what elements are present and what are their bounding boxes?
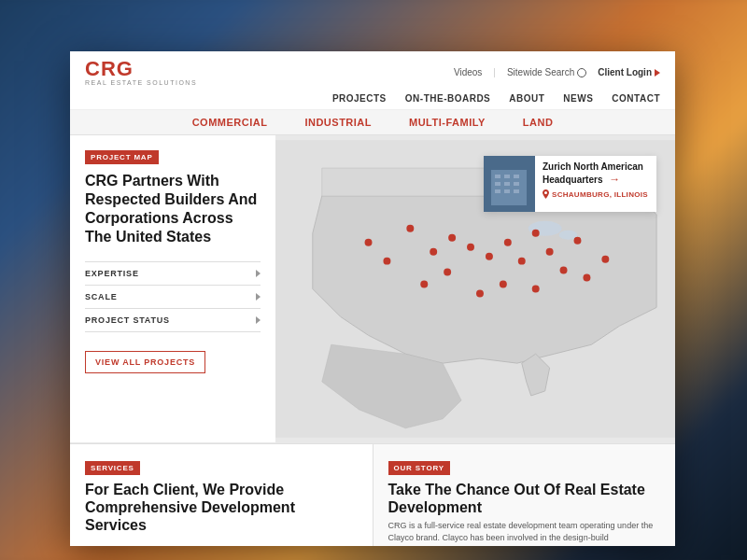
popup-location: SCHAUMBURG, ILLINOIS — [543, 189, 651, 199]
svg-rect-32 — [504, 189, 510, 193]
svg-rect-28 — [495, 182, 500, 186]
project-map-left: PROJECT MAP CRG Partners With Respected … — [70, 135, 275, 442]
location-pin-icon — [543, 189, 549, 199]
main-content: PROJECT MAP CRG Partners With Respected … — [70, 135, 675, 546]
arrow-right-icon — [655, 69, 660, 77]
bottom-sections: SERVICES For Each Client, We Provide Com… — [70, 443, 675, 546]
logo-area: CRG REAL ESTATE SOLUTIONS — [85, 59, 197, 86]
building-image-svg — [484, 156, 535, 212]
nav-on-the-boards[interactable]: ON-THE-BOARDS — [405, 93, 491, 104]
svg-point-3 — [365, 239, 373, 246]
svg-point-11 — [518, 258, 526, 265]
svg-point-18 — [532, 286, 540, 293]
chevron-right-icon — [256, 316, 261, 324]
svg-point-17 — [476, 289, 484, 297]
nav-projects[interactable]: PROJECTS — [332, 93, 387, 104]
svg-rect-33 — [514, 189, 519, 193]
subnav-land[interactable]: Land — [523, 117, 554, 128]
svg-point-12 — [532, 230, 540, 237]
svg-point-9 — [486, 253, 493, 260]
project-map-section: PROJECT MAP CRG Partners With Respected … — [70, 135, 675, 443]
search-icon — [577, 68, 586, 77]
project-popup[interactable]: Zurich North American Headquarters → SCH… — [484, 156, 656, 212]
svg-point-21 — [420, 281, 428, 288]
nav-contact[interactable]: CONTACT — [612, 93, 660, 104]
nav-news[interactable]: NEWS — [563, 93, 593, 104]
svg-point-20 — [601, 256, 609, 263]
filter-expertise[interactable]: EXPERTISE — [85, 261, 261, 285]
svg-point-22 — [444, 269, 451, 276]
svg-point-19 — [583, 274, 590, 282]
services-title: For Each Client, We Provide Comprehensiv… — [85, 481, 358, 535]
filter-scale[interactable]: SCALE — [85, 285, 261, 308]
popup-arrow-icon: → — [609, 173, 620, 186]
filter-project-status[interactable]: PROJECT STATUS — [85, 308, 261, 332]
subnav-multi-family[interactable]: Multi-Family — [409, 117, 486, 128]
popup-image — [484, 156, 535, 212]
svg-rect-26 — [504, 175, 510, 178]
svg-point-7 — [448, 234, 456, 242]
svg-point-14 — [560, 267, 568, 274]
header-top-bar: CRG REAL ESTATE SOLUTIONS Videos | Sitew… — [70, 51, 675, 90]
project-map-badge: PROJECT MAP — [85, 150, 159, 164]
subnav-commercial[interactable]: Commercial — [192, 117, 268, 128]
logo-crg[interactable]: CRG — [85, 59, 197, 79]
services-badge: SERVICES — [85, 461, 140, 475]
client-login-link[interactable]: Client Login — [598, 67, 660, 77]
filter-list: EXPERTISE SCALE PROJECT STATUS — [85, 261, 261, 332]
svg-point-4 — [383, 258, 390, 265]
main-nav: PROJECTS ON-THE-BOARDS ABOUT NEWS CONTAC… — [70, 90, 675, 109]
divider: | — [493, 67, 496, 77]
svg-rect-29 — [504, 182, 510, 186]
svg-point-5 — [406, 225, 414, 232]
svg-point-15 — [574, 237, 582, 245]
browser-window: CRG REAL ESTATE SOLUTIONS Videos | Sitew… — [70, 51, 675, 546]
svg-point-6 — [430, 248, 437, 256]
our-story-description: CRG is a full-service real estate develo… — [388, 520, 661, 543]
popup-content: Zurich North American Headquarters → SCH… — [535, 156, 656, 212]
svg-rect-30 — [514, 182, 519, 186]
svg-point-34 — [544, 191, 547, 194]
site-header: CRG REAL ESTATE SOLUTIONS Videos | Sitew… — [70, 51, 675, 110]
chevron-right-icon — [256, 293, 261, 301]
nav-about[interactable]: ABOUT — [509, 93, 544, 104]
sitewide-search-link[interactable]: Sitewide Search — [507, 67, 586, 77]
our-story-section: OUR STORY Take The Chance Out Of Real Es… — [374, 444, 676, 546]
header-top-right: Videos | Sitewide Search Client Login — [454, 67, 660, 77]
logo-subtitle: REAL ESTATE SOLUTIONS — [85, 79, 197, 86]
popup-title: Zurich North American Headquarters → — [543, 161, 651, 186]
subnav-industrial[interactable]: Industrial — [304, 117, 372, 128]
videos-link[interactable]: Videos — [454, 67, 482, 77]
our-story-title: Take The Chance Out Of Real Estate Devel… — [388, 481, 661, 516]
svg-point-13 — [546, 248, 554, 256]
services-section: SERVICES For Each Client, We Provide Com… — [70, 444, 374, 546]
svg-rect-27 — [514, 175, 519, 178]
project-map-title: CRG Partners With Respected Builders And… — [85, 172, 261, 246]
svg-point-10 — [504, 239, 512, 246]
subnav-bar: Commercial Industrial Multi-Family Land — [70, 110, 675, 135]
svg-point-16 — [500, 281, 507, 288]
chevron-right-icon — [256, 270, 261, 277]
svg-point-8 — [467, 244, 474, 251]
project-map-area: Zurich North American Headquarters → SCH… — [275, 135, 675, 442]
svg-rect-25 — [495, 175, 500, 178]
view-all-projects-button[interactable]: VIEW ALL PROJECTS — [85, 351, 205, 373]
our-story-badge: OUR STORY — [388, 461, 450, 475]
svg-rect-31 — [495, 189, 500, 193]
